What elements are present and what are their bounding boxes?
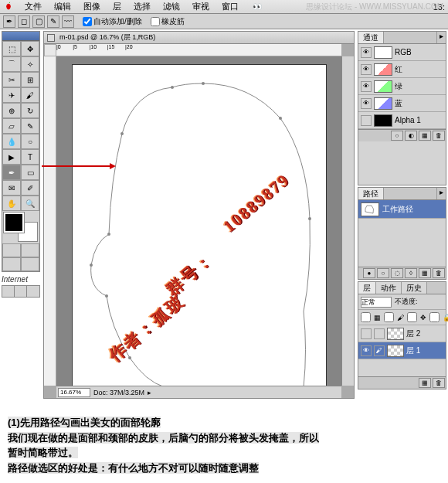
menu-filter[interactable]: 滤镜 (157, 1, 186, 12)
channel-alpha[interactable]: Alpha 1 (358, 112, 446, 129)
menu-file[interactable]: 文件 (19, 1, 48, 12)
lock-paint-icon[interactable]: 🖌 (397, 314, 404, 321)
vertical-scrollbar[interactable] (341, 56, 354, 386)
zoom-tool-icon[interactable]: 🔍 (21, 196, 39, 211)
wand-tool-icon[interactable]: ✧ (21, 56, 39, 72)
lock-check-1[interactable] (361, 312, 371, 322)
brush-tool-icon[interactable]: 🖌 (21, 87, 39, 103)
tool-preset-icon[interactable]: ✒ (3, 15, 15, 28)
layer-row-2[interactable]: 层 2 (358, 325, 446, 342)
taskbar-btn-1[interactable] (2, 286, 15, 297)
menu-image[interactable]: 图像 (77, 1, 107, 12)
marquee-tool-icon[interactable]: ⬚ (2, 41, 21, 56)
menu-view[interactable]: 审视 (186, 1, 216, 12)
eye-icon[interactable]: 👁 (361, 47, 372, 58)
shape-mode-icon[interactable]: ▢ (32, 15, 45, 28)
menu-window[interactable]: 窗口 (216, 1, 245, 12)
new-channel-icon[interactable]: ▦ (419, 131, 431, 141)
dodge-tool-icon[interactable]: ○ (21, 134, 39, 149)
history-brush-icon[interactable]: ↻ (21, 103, 39, 118)
channels-tab[interactable]: 通道 (358, 32, 384, 43)
notes-tool-icon[interactable]: ✉ (2, 180, 21, 196)
eye-icon[interactable]: 👁 (361, 345, 372, 356)
delete-path-icon[interactable]: 🗑 (433, 268, 445, 278)
tools-header[interactable] (2, 32, 39, 41)
channel-rgb[interactable]: 👁 RGB (358, 44, 446, 61)
stamp-tool-icon[interactable]: ⊕ (2, 103, 21, 118)
lock-all-icon[interactable]: 🔒 (443, 314, 448, 321)
eye-icon[interactable]: 👁 (361, 81, 372, 92)
move-tool-icon[interactable]: ✥ (21, 41, 39, 56)
save-selection-icon[interactable]: ◐ (405, 131, 417, 141)
doc-size-arrow-icon[interactable]: ▸ (148, 389, 151, 396)
rubber-band-checkbox[interactable]: 橡皮筋 (151, 16, 185, 27)
eye-icon[interactable]: 👁 (361, 98, 372, 109)
paths-tab[interactable]: 路径 (358, 188, 384, 199)
rubber-band-checkbox-input[interactable] (151, 17, 160, 26)
screen-mode-1-icon[interactable] (2, 257, 21, 271)
eyedropper-icon[interactable]: ✐ (21, 180, 39, 196)
new-path-icon[interactable]: ▦ (419, 268, 431, 278)
lock-check-3[interactable] (407, 312, 417, 322)
load-selection-icon[interactable]: ○ (391, 131, 403, 141)
work-path-row[interactable]: 工作路径 (358, 200, 446, 219)
path-select-icon[interactable]: ▶ (2, 149, 21, 165)
pencil-tool-icon[interactable]: ✎ (21, 118, 39, 134)
freeform-icon[interactable]: 〰 (62, 15, 74, 28)
history-tab[interactable]: 历史 (402, 282, 427, 294)
link-icon[interactable] (374, 328, 385, 339)
panel-menu-icon[interactable]: ▸ (436, 32, 446, 43)
blend-mode-select[interactable]: 正常 (361, 297, 392, 308)
link-icon[interactable]: 🖌 (374, 345, 385, 356)
menu-layer[interactable]: 层 (107, 1, 127, 12)
lasso-tool-icon[interactable]: ⌒ (2, 56, 21, 72)
auto-add-checkbox-input[interactable] (83, 17, 92, 26)
shape-tool-icon[interactable]: ▭ (21, 165, 39, 180)
airbrush-tool-icon[interactable]: ✈ (2, 87, 21, 103)
sel-to-path-icon[interactable]: ◊ (405, 268, 417, 278)
lock-move-icon[interactable]: ✥ (420, 314, 426, 321)
pen-tool-icon[interactable]: ✒ (2, 165, 21, 180)
delete-channel-icon[interactable]: 🗑 (433, 131, 445, 141)
hand-tool-icon[interactable]: ✋ (2, 196, 21, 211)
zoom-input[interactable]: 16.67% (58, 388, 90, 397)
channel-red[interactable]: 👁 红 (358, 61, 446, 78)
path-to-sel-icon[interactable]: ◌ (391, 268, 403, 278)
eraser-tool-icon[interactable]: ▱ (2, 118, 21, 134)
screen-mode-2-icon[interactable] (21, 257, 39, 271)
layers-tab[interactable]: 层 (358, 282, 376, 294)
auto-add-delete-checkbox[interactable]: 自动添加/删除 (83, 16, 142, 27)
layer-row-1[interactable]: 👁 🖌 层 1 (358, 342, 446, 359)
standard-mode-icon[interactable] (2, 243, 21, 257)
document-titlebar[interactable]: m-01.psd @ 16.7% (层 1,RGB) (44, 32, 354, 44)
new-layer-icon[interactable]: ▦ (419, 378, 431, 388)
eye-icon[interactable] (361, 328, 372, 339)
close-icon[interactable] (47, 34, 55, 42)
slice-tool-icon[interactable]: ⊞ (21, 72, 39, 87)
actions-tab[interactable]: 动作 (376, 282, 402, 294)
eye-icon[interactable] (361, 115, 372, 126)
blur-tool-icon[interactable]: 💧 (2, 134, 21, 149)
foreground-color[interactable] (4, 213, 24, 233)
taskbar-btn-2[interactable] (15, 286, 27, 297)
channel-green[interactable]: 👁 绿 (358, 78, 446, 95)
menu-select[interactable]: 选择 (127, 1, 157, 12)
quickmask-mode-icon[interactable] (21, 243, 39, 257)
stroke-path-icon[interactable]: ○ (377, 268, 389, 278)
lock-check-4[interactable] (429, 312, 440, 322)
panel-menu-icon[interactable]: ▸ (436, 188, 446, 199)
path-mode-icon[interactable]: ✎ (47, 15, 59, 28)
eye-icon[interactable]: 👁 (361, 64, 372, 75)
color-swatches[interactable] (4, 213, 38, 242)
lock-trans-icon[interactable]: ▦ (374, 314, 381, 321)
fill-path-icon[interactable]: ● (363, 268, 375, 278)
caption-line1: (1)先用路径勾画出美女的面部轮廓 (8, 417, 161, 428)
lock-check-2[interactable] (384, 312, 394, 322)
channel-blue[interactable]: 👁 蓝 (358, 95, 446, 112)
crop-tool-icon[interactable]: ✂ (2, 72, 21, 87)
menu-edit[interactable]: 编辑 (48, 1, 77, 12)
type-tool-icon[interactable]: T (21, 149, 39, 165)
canvas-viewport[interactable] (56, 56, 341, 386)
delete-layer-icon[interactable]: 🗑 (433, 378, 445, 388)
pen-mode-icon[interactable]: ◻ (18, 15, 30, 28)
